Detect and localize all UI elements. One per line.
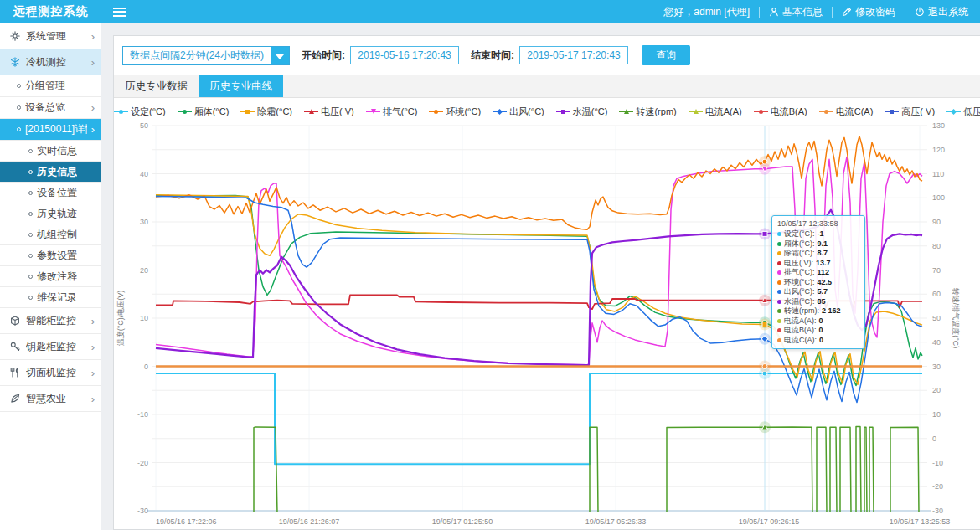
utensils-icon: [10, 368, 20, 378]
sidebar-item[interactable]: 冷机测控›: [0, 49, 101, 75]
sidebar-item[interactable]: 历史轨迹: [0, 203, 101, 224]
cube-icon: [10, 316, 20, 326]
legend-marker-icon: [946, 108, 961, 115]
legend-item[interactable]: 环境(°C): [429, 105, 481, 118]
header-divider: [905, 7, 905, 18]
legend-item[interactable]: 除霜(°C): [240, 105, 292, 118]
svg-text:19/05/16 17:22:06: 19/05/16 17:22:06: [156, 517, 217, 526]
svg-text:19/05/17 13:25:53: 19/05/17 13:25:53: [890, 517, 951, 526]
sidebar-item[interactable]: 智能柜监控›: [0, 308, 101, 334]
bullet-icon: [28, 233, 33, 237]
tab-bar: 历史专业数据历史专业曲线: [114, 75, 980, 98]
legend-marker-icon: [429, 108, 443, 115]
snowflake-icon: [10, 57, 20, 67]
header-link-1[interactable]: 修改密码: [842, 5, 895, 19]
end-time-label: 结束时间:: [471, 49, 514, 63]
interval-select[interactable]: 数据点间隔2分钟(24小时数据): [122, 46, 290, 65]
sidebar-item[interactable]: 实时信息: [0, 141, 101, 162]
svg-text:100: 100: [932, 193, 945, 202]
svg-text:温度(°C)/电压(V): 温度(°C)/电压(V): [116, 291, 125, 347]
content-card: 数据点间隔2分钟(24小时数据) 开始时间: 结束时间: 查询 历史专业数据历史…: [113, 35, 980, 530]
legend-item[interactable]: 设定(°C): [114, 105, 166, 118]
series-电压( V): [156, 295, 922, 309]
chevron-right-icon: ›: [91, 316, 95, 327]
legend-item[interactable]: 转速(rpm): [619, 105, 676, 118]
svg-text:80: 80: [932, 242, 941, 250]
svg-text:60: 60: [932, 290, 941, 298]
chevron-right-icon: ›: [91, 124, 95, 135]
svg-text:-20: -20: [137, 459, 148, 467]
sidebar-item[interactable]: 钥匙柜监控›: [0, 334, 101, 360]
end-time-input[interactable]: [519, 46, 628, 64]
svg-text:-20: -20: [932, 482, 943, 491]
sidebar-item[interactable]: 历史信息: [0, 162, 101, 183]
legend-marker-icon: [493, 108, 507, 115]
legend-marker-icon: [689, 108, 703, 115]
sidebar-item[interactable]: 机组控制: [0, 224, 101, 245]
hamburger-menu-icon[interactable]: [113, 8, 126, 17]
legend-item[interactable]: 出风(°C): [493, 105, 544, 118]
sidebar-item[interactable]: 设备总览›: [0, 97, 101, 119]
sidebar-item[interactable]: 分组管理: [0, 75, 101, 97]
tab-0[interactable]: 历史专业数据: [114, 75, 199, 97]
sidebar-item[interactable]: 维保记录: [0, 287, 101, 308]
sidebar-item[interactable]: 系统管理›: [0, 23, 101, 49]
legend-item[interactable]: 水温(°C): [556, 105, 608, 118]
svg-text:70: 70: [932, 266, 941, 275]
legend-item[interactable]: 高压( V): [885, 105, 935, 118]
legend-item[interactable]: 电压( V): [304, 105, 354, 118]
legend-item[interactable]: 电流B(A): [754, 105, 807, 118]
sidebar-item[interactable]: 设备位置: [0, 183, 101, 203]
svg-text:-30: -30: [932, 507, 943, 515]
power-icon: [915, 7, 925, 17]
legend-marker-icon: [754, 108, 768, 115]
svg-text:40: 40: [140, 170, 148, 178]
svg-text:转速/排气温度(°C): 转速/排气温度(°C): [952, 288, 960, 349]
legend-item[interactable]: 低压( V): [946, 105, 980, 118]
chevron-right-icon: ›: [91, 57, 95, 68]
svg-text:30: 30: [932, 363, 941, 371]
svg-text:30: 30: [140, 218, 148, 226]
header-link-2[interactable]: 退出系统: [915, 5, 968, 19]
chevron-down-icon[interactable]: [271, 47, 289, 64]
legend-item[interactable]: 厢体(°C): [178, 105, 230, 118]
history-curve-chart[interactable]: 50403020100-10-20-3013012011010090807060…: [114, 119, 962, 529]
sidebar-item[interactable]: 参数设置: [0, 245, 101, 266]
tab-1[interactable]: 历史专业曲线: [199, 75, 283, 97]
query-button[interactable]: 查询: [642, 45, 690, 65]
header-link-0[interactable]: 基本信息: [769, 5, 823, 19]
svg-text:-10: -10: [137, 410, 148, 419]
legend-marker-icon: [114, 108, 128, 115]
svg-text:130: 130: [932, 121, 945, 130]
series-环境(°C): [156, 136, 922, 230]
legend-item[interactable]: 电流C(A): [819, 105, 874, 118]
svg-text:40: 40: [932, 338, 941, 347]
svg-text:19/05/17 05:26:33: 19/05/17 05:26:33: [585, 517, 647, 526]
header-links: 您好，admin [代理] 基本信息修改密码退出系统: [663, 5, 980, 19]
leaf-icon: [10, 394, 20, 404]
legend-marker-icon: [885, 108, 899, 115]
legend-marker-icon: [819, 108, 833, 115]
sidebar-item[interactable]: [20150011]详情›: [0, 119, 101, 141]
chevron-right-icon: ›: [91, 342, 95, 352]
sidebar-item[interactable]: 智慧农业›: [0, 386, 101, 412]
start-time-input[interactable]: [350, 46, 459, 64]
chevron-right-icon: ›: [91, 394, 95, 404]
series-设定(°C): [156, 373, 922, 464]
pencil-icon: [842, 7, 852, 17]
legend-marker-icon: [178, 108, 192, 115]
legend-item[interactable]: 电流A(A): [689, 105, 742, 118]
bullet-icon: [28, 275, 33, 279]
sidebar-item[interactable]: 切面机监控›: [0, 360, 101, 386]
bullet-icon: [17, 127, 21, 131]
main-area: 数据点间隔2分钟(24小时数据) 开始时间: 结束时间: 查询 历史专业数据历史…: [101, 23, 980, 530]
svg-text:0: 0: [932, 435, 936, 443]
sidebar-item[interactable]: 修改注释: [0, 266, 101, 287]
bullet-icon: [28, 212, 33, 216]
bullet-icon: [28, 191, 33, 195]
legend-item[interactable]: 排气(°C): [366, 105, 418, 118]
start-time-label: 开始时间:: [302, 49, 345, 63]
bullet-icon: [28, 296, 33, 300]
legend-marker-icon: [619, 108, 633, 115]
svg-text:120: 120: [932, 146, 945, 154]
